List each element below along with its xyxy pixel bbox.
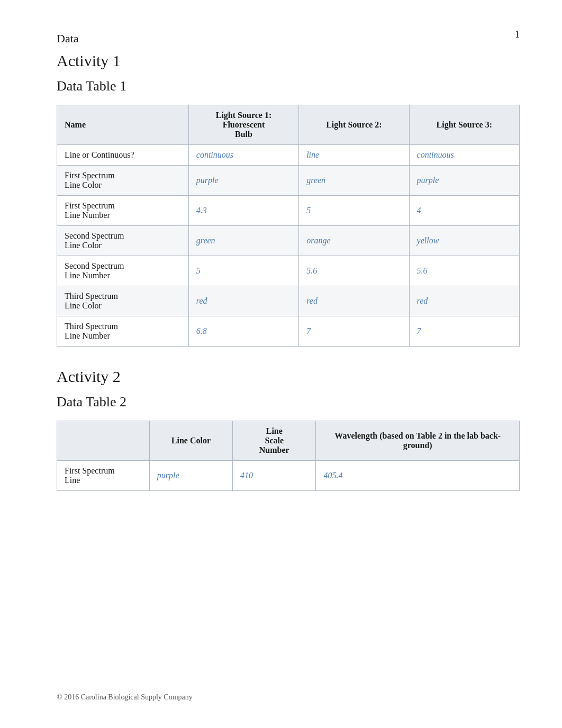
row6-name: Third SpectrumLine Color [57,286,189,316]
row2-col2: green [299,166,409,196]
row1-col2: line [299,145,409,166]
row1-col1: continuous [188,145,298,166]
row3-col1: 4.3 [188,196,298,226]
row4-name: Second SpectrumLine Color [57,226,189,256]
table2-header-linecolor: Line Color [149,421,232,461]
row1-name: Line or Continu­ous? [57,145,189,166]
row7-col2: 7 [299,316,409,347]
row7-col1: 6.8 [188,316,298,347]
row5-col1: 5 [188,256,298,286]
table2-header-linescale: LineScaleNumber [233,421,316,461]
table-row: Third SpectrumLine Number 6.8 7 7 [57,316,520,347]
row1-col3: continuous [409,145,519,166]
row7-name: Third SpectrumLine Number [57,316,189,347]
table-row: Line or Continu­ous? continuous line con… [57,145,520,166]
row6-col3: red [409,286,519,316]
activity2-heading: Activity 2 [57,368,520,386]
table2-row1-linecolor: purple [149,461,232,491]
table2-row1-name: First SpectrumLine [57,461,150,491]
table2-row1-wavelength: 405.4 [316,461,520,491]
row2-col1: purple [188,166,298,196]
data-table-2: Line Color LineScaleNumber Wavelength (b… [57,421,520,491]
row2-name: First SpectrumLine Color [57,166,189,196]
page-number: 1 [515,29,520,40]
row6-col2: red [299,286,409,316]
row6-col1: red [188,286,298,316]
row3-name: First SpectrumLine Number [57,196,189,226]
data-heading: Data [57,32,520,46]
table-row: First SpectrumLine purple 410 405.4 [57,461,520,491]
table-row: Second SpectrumLine Number 5 5.6 5.6 [57,256,520,286]
data-table-1: Name Light Source 1: Fluorescent Bulb Li… [57,105,520,347]
table1-header-col3: Light Source 3: [409,105,519,145]
row5-col2: 5.6 [299,256,409,286]
row4-col2: orange [299,226,409,256]
table-row: First SpectrumLine Color purple green pu… [57,166,520,196]
table1-header-name: Name [57,105,189,145]
table1-header-col2: Light Source 2: [299,105,409,145]
table2-header-empty [57,421,150,461]
table2-row1-linescale: 410 [233,461,316,491]
table1-header-col1: Light Source 1: Fluorescent Bulb [188,105,298,145]
row5-name: Second SpectrumLine Number [57,256,189,286]
footer-text: © 2016 Carolina Biological Supply Compan… [57,693,193,702]
row4-col1: green [188,226,298,256]
table2-header-wavelength: Wavelength (based on Ta­ble 2 in the lab… [316,421,520,461]
row3-col3: 4 [409,196,519,226]
data-table1-heading: Data Table 1 [57,78,520,94]
table-row: Third SpectrumLine Color red red red [57,286,520,316]
row7-col3: 7 [409,316,519,347]
activity1-heading: Activity 1 [57,52,520,70]
table-row: First SpectrumLine Number 4.3 5 4 [57,196,520,226]
data-table2-heading: Data Table 2 [57,394,520,410]
row4-col3: yellow [409,226,519,256]
row5-col3: 5.6 [409,256,519,286]
row3-col2: 5 [299,196,409,226]
table-row: Second SpectrumLine Color green orange y… [57,226,520,256]
row2-col3: purple [409,166,519,196]
